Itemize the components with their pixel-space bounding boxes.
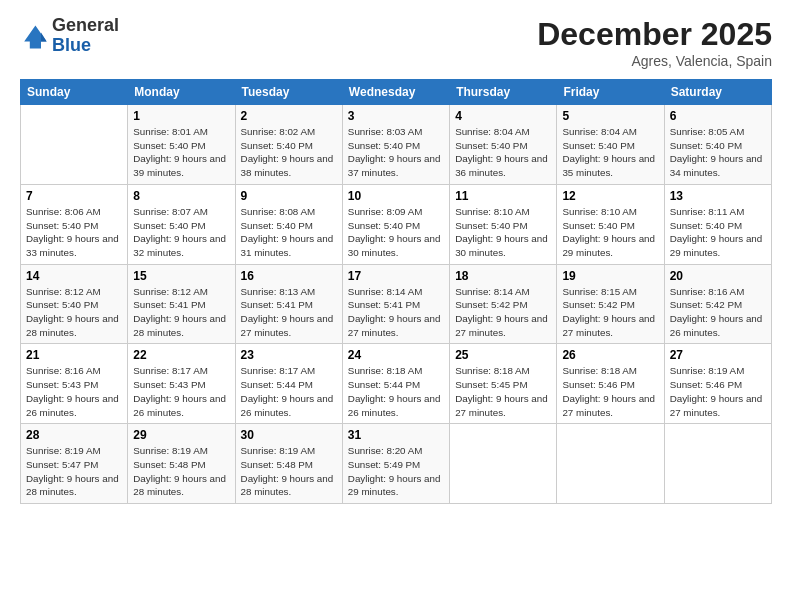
day-number: 16 bbox=[241, 269, 337, 283]
day-number: 31 bbox=[348, 428, 444, 442]
calendar-cell: 14 Sunrise: 8:12 AM Sunset: 5:40 PM Dayl… bbox=[21, 264, 128, 344]
day-number: 7 bbox=[26, 189, 122, 203]
title-block: December 2025 Agres, Valencia, Spain bbox=[537, 16, 772, 69]
calendar-cell: 18 Sunrise: 8:14 AM Sunset: 5:42 PM Dayl… bbox=[450, 264, 557, 344]
calendar-cell bbox=[21, 105, 128, 185]
cell-info: Sunrise: 8:12 AM Sunset: 5:40 PM Dayligh… bbox=[26, 285, 122, 340]
day-number: 27 bbox=[670, 348, 766, 362]
cell-info: Sunrise: 8:14 AM Sunset: 5:42 PM Dayligh… bbox=[455, 285, 551, 340]
calendar-cell: 26 Sunrise: 8:18 AM Sunset: 5:46 PM Dayl… bbox=[557, 344, 664, 424]
cell-info: Sunrise: 8:09 AM Sunset: 5:40 PM Dayligh… bbox=[348, 205, 444, 260]
calendar-cell: 11 Sunrise: 8:10 AM Sunset: 5:40 PM Dayl… bbox=[450, 184, 557, 264]
day-number: 1 bbox=[133, 109, 229, 123]
header-saturday: Saturday bbox=[664, 80, 771, 105]
day-number: 21 bbox=[26, 348, 122, 362]
day-number: 8 bbox=[133, 189, 229, 203]
calendar-week-5: 28 Sunrise: 8:19 AM Sunset: 5:47 PM Dayl… bbox=[21, 424, 772, 504]
cell-info: Sunrise: 8:12 AM Sunset: 5:41 PM Dayligh… bbox=[133, 285, 229, 340]
calendar-cell: 16 Sunrise: 8:13 AM Sunset: 5:41 PM Dayl… bbox=[235, 264, 342, 344]
cell-info: Sunrise: 8:01 AM Sunset: 5:40 PM Dayligh… bbox=[133, 125, 229, 180]
calendar-table: Sunday Monday Tuesday Wednesday Thursday… bbox=[20, 79, 772, 504]
cell-info: Sunrise: 8:05 AM Sunset: 5:40 PM Dayligh… bbox=[670, 125, 766, 180]
cell-info: Sunrise: 8:19 AM Sunset: 5:48 PM Dayligh… bbox=[133, 444, 229, 499]
header-thursday: Thursday bbox=[450, 80, 557, 105]
calendar-cell: 4 Sunrise: 8:04 AM Sunset: 5:40 PM Dayli… bbox=[450, 105, 557, 185]
calendar-cell: 29 Sunrise: 8:19 AM Sunset: 5:48 PM Dayl… bbox=[128, 424, 235, 504]
month-title: December 2025 bbox=[537, 16, 772, 53]
cell-info: Sunrise: 8:15 AM Sunset: 5:42 PM Dayligh… bbox=[562, 285, 658, 340]
cell-info: Sunrise: 8:14 AM Sunset: 5:41 PM Dayligh… bbox=[348, 285, 444, 340]
cell-info: Sunrise: 8:18 AM Sunset: 5:44 PM Dayligh… bbox=[348, 364, 444, 419]
calendar-week-2: 7 Sunrise: 8:06 AM Sunset: 5:40 PM Dayli… bbox=[21, 184, 772, 264]
calendar-cell: 21 Sunrise: 8:16 AM Sunset: 5:43 PM Dayl… bbox=[21, 344, 128, 424]
day-number: 19 bbox=[562, 269, 658, 283]
calendar-cell: 1 Sunrise: 8:01 AM Sunset: 5:40 PM Dayli… bbox=[128, 105, 235, 185]
cell-info: Sunrise: 8:06 AM Sunset: 5:40 PM Dayligh… bbox=[26, 205, 122, 260]
calendar-cell: 28 Sunrise: 8:19 AM Sunset: 5:47 PM Dayl… bbox=[21, 424, 128, 504]
day-number: 24 bbox=[348, 348, 444, 362]
cell-info: Sunrise: 8:03 AM Sunset: 5:40 PM Dayligh… bbox=[348, 125, 444, 180]
day-number: 11 bbox=[455, 189, 551, 203]
calendar-cell: 15 Sunrise: 8:12 AM Sunset: 5:41 PM Dayl… bbox=[128, 264, 235, 344]
day-number: 10 bbox=[348, 189, 444, 203]
logo-text: General Blue bbox=[52, 16, 119, 56]
day-number: 12 bbox=[562, 189, 658, 203]
calendar-cell: 2 Sunrise: 8:02 AM Sunset: 5:40 PM Dayli… bbox=[235, 105, 342, 185]
cell-info: Sunrise: 8:19 AM Sunset: 5:46 PM Dayligh… bbox=[670, 364, 766, 419]
page-container: General Blue December 2025 Agres, Valenc… bbox=[0, 0, 792, 514]
cell-info: Sunrise: 8:18 AM Sunset: 5:45 PM Dayligh… bbox=[455, 364, 551, 419]
cell-info: Sunrise: 8:10 AM Sunset: 5:40 PM Dayligh… bbox=[455, 205, 551, 260]
day-number: 9 bbox=[241, 189, 337, 203]
cell-info: Sunrise: 8:10 AM Sunset: 5:40 PM Dayligh… bbox=[562, 205, 658, 260]
calendar-cell: 10 Sunrise: 8:09 AM Sunset: 5:40 PM Dayl… bbox=[342, 184, 449, 264]
calendar-cell: 30 Sunrise: 8:19 AM Sunset: 5:48 PM Dayl… bbox=[235, 424, 342, 504]
calendar-cell: 31 Sunrise: 8:20 AM Sunset: 5:49 PM Dayl… bbox=[342, 424, 449, 504]
calendar-week-4: 21 Sunrise: 8:16 AM Sunset: 5:43 PM Dayl… bbox=[21, 344, 772, 424]
header-tuesday: Tuesday bbox=[235, 80, 342, 105]
calendar-cell: 6 Sunrise: 8:05 AM Sunset: 5:40 PM Dayli… bbox=[664, 105, 771, 185]
calendar-cell: 25 Sunrise: 8:18 AM Sunset: 5:45 PM Dayl… bbox=[450, 344, 557, 424]
day-number: 2 bbox=[241, 109, 337, 123]
day-number: 29 bbox=[133, 428, 229, 442]
calendar-week-1: 1 Sunrise: 8:01 AM Sunset: 5:40 PM Dayli… bbox=[21, 105, 772, 185]
cell-info: Sunrise: 8:08 AM Sunset: 5:40 PM Dayligh… bbox=[241, 205, 337, 260]
calendar-cell: 12 Sunrise: 8:10 AM Sunset: 5:40 PM Dayl… bbox=[557, 184, 664, 264]
day-number: 20 bbox=[670, 269, 766, 283]
day-number: 26 bbox=[562, 348, 658, 362]
cell-info: Sunrise: 8:16 AM Sunset: 5:43 PM Dayligh… bbox=[26, 364, 122, 419]
cell-info: Sunrise: 8:17 AM Sunset: 5:44 PM Dayligh… bbox=[241, 364, 337, 419]
calendar-cell bbox=[664, 424, 771, 504]
cell-info: Sunrise: 8:18 AM Sunset: 5:46 PM Dayligh… bbox=[562, 364, 658, 419]
day-number: 4 bbox=[455, 109, 551, 123]
cell-info: Sunrise: 8:16 AM Sunset: 5:42 PM Dayligh… bbox=[670, 285, 766, 340]
cell-info: Sunrise: 8:19 AM Sunset: 5:48 PM Dayligh… bbox=[241, 444, 337, 499]
calendar-cell: 7 Sunrise: 8:06 AM Sunset: 5:40 PM Dayli… bbox=[21, 184, 128, 264]
cell-info: Sunrise: 8:04 AM Sunset: 5:40 PM Dayligh… bbox=[562, 125, 658, 180]
logo-icon bbox=[20, 22, 48, 50]
location: Agres, Valencia, Spain bbox=[537, 53, 772, 69]
day-number: 28 bbox=[26, 428, 122, 442]
day-number: 5 bbox=[562, 109, 658, 123]
calendar-cell bbox=[557, 424, 664, 504]
calendar-cell: 13 Sunrise: 8:11 AM Sunset: 5:40 PM Dayl… bbox=[664, 184, 771, 264]
cell-info: Sunrise: 8:04 AM Sunset: 5:40 PM Dayligh… bbox=[455, 125, 551, 180]
header-sunday: Sunday bbox=[21, 80, 128, 105]
calendar-cell bbox=[450, 424, 557, 504]
calendar-cell: 3 Sunrise: 8:03 AM Sunset: 5:40 PM Dayli… bbox=[342, 105, 449, 185]
cell-info: Sunrise: 8:17 AM Sunset: 5:43 PM Dayligh… bbox=[133, 364, 229, 419]
calendar-cell: 5 Sunrise: 8:04 AM Sunset: 5:40 PM Dayli… bbox=[557, 105, 664, 185]
calendar-cell: 23 Sunrise: 8:17 AM Sunset: 5:44 PM Dayl… bbox=[235, 344, 342, 424]
day-number: 15 bbox=[133, 269, 229, 283]
calendar-cell: 19 Sunrise: 8:15 AM Sunset: 5:42 PM Dayl… bbox=[557, 264, 664, 344]
day-number: 17 bbox=[348, 269, 444, 283]
day-number: 22 bbox=[133, 348, 229, 362]
logo: General Blue bbox=[20, 16, 119, 56]
cell-info: Sunrise: 8:02 AM Sunset: 5:40 PM Dayligh… bbox=[241, 125, 337, 180]
cell-info: Sunrise: 8:19 AM Sunset: 5:47 PM Dayligh… bbox=[26, 444, 122, 499]
page-header: General Blue December 2025 Agres, Valenc… bbox=[20, 16, 772, 69]
cell-info: Sunrise: 8:07 AM Sunset: 5:40 PM Dayligh… bbox=[133, 205, 229, 260]
calendar-cell: 20 Sunrise: 8:16 AM Sunset: 5:42 PM Dayl… bbox=[664, 264, 771, 344]
calendar-cell: 9 Sunrise: 8:08 AM Sunset: 5:40 PM Dayli… bbox=[235, 184, 342, 264]
day-number: 3 bbox=[348, 109, 444, 123]
header-friday: Friday bbox=[557, 80, 664, 105]
